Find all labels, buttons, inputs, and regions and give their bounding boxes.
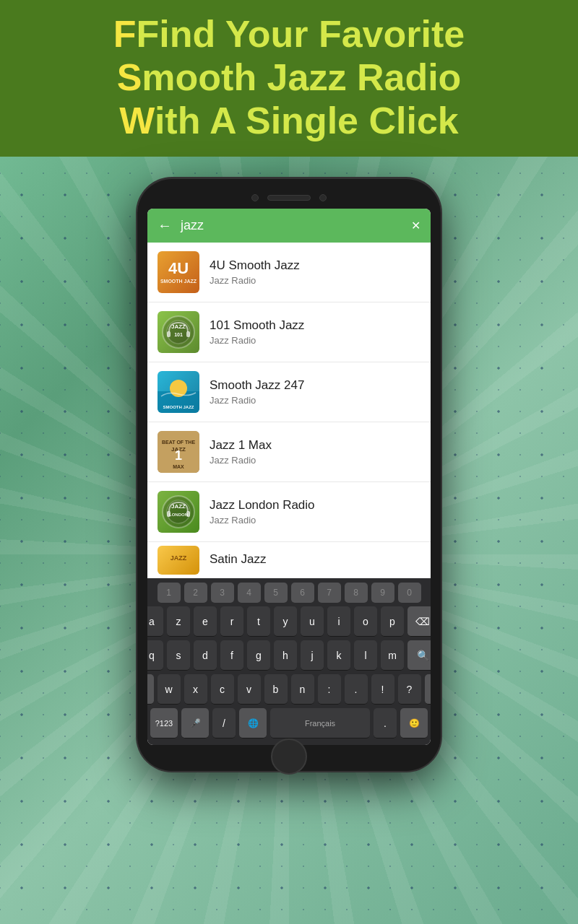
header-line3: With A Single Click [14,100,564,143]
list-item[interactable]: JAZZ LONDON Jazz London Radio Jazz Radio [147,482,431,542]
key-question[interactable]: ? [398,674,421,705]
search-key[interactable]: 🔍 [407,640,431,671]
num-5[interactable]: 5 [264,583,288,603]
key-dot[interactable]: . [374,708,397,738]
svg-text:LONDON: LONDON [169,513,188,517]
key-period[interactable]: . [345,674,368,705]
num-0[interactable]: 0 [398,583,421,603]
key-w[interactable]: w [158,674,181,705]
phone-bottom [147,749,431,761]
station-name: 4U Smooth Jazz [210,258,420,273]
numbers-key[interactable]: ?123 [150,708,178,738]
key-z[interactable]: z [167,606,190,637]
station-logo-4u: 4U SMOOTH JAZZ [158,251,199,293]
keyboard-row-1: a z e r t y u i o p ⌫ [150,606,428,637]
list-item[interactable]: JAZZ 101 101 Smooth Jazz Jazz Radio [147,302,431,362]
key-k[interactable]: k [327,640,350,671]
key-h[interactable]: h [274,640,297,671]
emoji-key[interactable]: 🙂 [400,708,428,738]
key-s[interactable]: s [167,640,190,671]
back-button[interactable]: ← [158,217,172,234]
num-7[interactable]: 7 [318,583,341,603]
key-o[interactable]: o [354,606,377,637]
station-genre: Jazz Radio [210,455,420,466]
keyboard-row-2: q s d f g h j k l m 🔍 [150,640,428,671]
phone-speaker [267,195,311,201]
radio-list: 4U SMOOTH JAZZ 4U Smooth Jazz Jazz Radio [147,243,431,578]
key-exclaim[interactable]: ! [371,674,394,705]
search-bar[interactable]: ← jazz ✕ [147,209,431,243]
header-line1: FFind Your Favorite [14,13,564,56]
key-f[interactable]: f [220,640,243,671]
shift-right-key[interactable]: ⇧ [425,674,431,705]
station-genre: Jazz Radio [210,335,420,346]
key-e[interactable]: e [194,606,217,637]
key-a[interactable]: a [147,606,163,637]
key-j[interactable]: j [301,640,324,671]
clear-button[interactable]: ✕ [411,219,420,232]
phone-wrapper: ← jazz ✕ 4U SMOOTH JAZZ 4U Smooth Jazz [0,157,578,771]
key-q[interactable]: q [147,640,163,671]
space-key[interactable]: Français [270,708,370,738]
key-i[interactable]: i [327,606,350,637]
search-input[interactable]: jazz [181,218,402,233]
keyboard-row-4: ?123 🎤 / 🌐 Français . 🙂 [150,708,428,738]
key-p[interactable]: p [381,606,404,637]
num-9[interactable]: 9 [371,583,394,603]
key-v[interactable]: v [238,674,261,705]
key-u[interactable]: u [301,606,324,637]
station-logo-smooth247: SMOOTH JAZZ [158,371,199,413]
list-item[interactable]: BEAT OF THE JAZZ 1 MAX Jazz 1 Max Jazz R… [147,422,431,482]
svg-rect-19 [186,511,190,517]
key-colon[interactable]: : [318,674,341,705]
station-logo-101: JAZZ 101 [158,311,199,353]
phone-top [147,194,431,201]
key-t[interactable]: t [247,606,270,637]
station-name: 101 Smooth Jazz [210,318,420,333]
svg-rect-4 [167,331,171,337]
phone-camera [251,194,259,201]
app-screen: ← jazz ✕ 4U SMOOTH JAZZ 4U Smooth Jazz [147,209,431,745]
key-r[interactable]: r [220,606,243,637]
num-1[interactable]: 1 [158,583,181,603]
key-y[interactable]: y [274,606,297,637]
num-3[interactable]: 3 [211,583,234,603]
station-genre: Jazz Radio [210,515,420,526]
num-4[interactable]: 4 [238,583,261,603]
num-8[interactable]: 8 [345,583,368,603]
list-item[interactable]: 4U SMOOTH JAZZ 4U Smooth Jazz Jazz Radio [147,243,431,302]
num-2[interactable]: 2 [184,583,207,603]
station-info: Jazz London Radio Jazz Radio [210,498,420,526]
list-item-partial[interactable]: JAZZ Satin Jazz [147,542,431,578]
station-info: Satin Jazz [210,552,420,569]
key-slash[interactable]: / [212,708,236,738]
shift-left-key[interactable]: ⇧ [147,674,154,705]
svg-text:101: 101 [174,332,183,337]
mic-key[interactable]: 🎤 [181,708,209,738]
globe-key[interactable]: 🌐 [239,708,267,738]
key-b[interactable]: b [264,674,288,705]
svg-text:SMOOTH JAZZ: SMOOTH JAZZ [163,405,194,409]
station-genre: Jazz Radio [210,395,420,406]
svg-text:JAZZ: JAZZ [171,554,187,562]
svg-text:BEAT OF THE: BEAT OF THE [162,440,195,445]
home-button[interactable] [271,738,307,775]
phone-device: ← jazz ✕ 4U SMOOTH JAZZ 4U Smooth Jazz [137,178,441,771]
keyboard: 1 2 3 4 5 6 7 8 9 0 a z e r t [147,578,431,745]
key-n[interactable]: n [291,674,314,705]
key-c[interactable]: c [211,674,234,705]
key-l[interactable]: l [354,640,377,671]
svg-rect-18 [167,511,171,517]
key-g[interactable]: g [247,640,270,671]
list-item[interactable]: SMOOTH JAZZ Smooth Jazz 247 Jazz Radio [147,362,431,422]
num-6[interactable]: 6 [291,583,314,603]
header-line2: Smooth Jazz Radio [14,56,564,100]
svg-text:1: 1 [175,448,182,463]
key-m[interactable]: m [381,640,404,671]
station-name: Jazz 1 Max [210,438,420,453]
key-d[interactable]: d [194,640,217,671]
station-logo-jazzlondon: JAZZ LONDON [158,491,199,533]
delete-key[interactable]: ⌫ [407,606,431,637]
station-genre: Jazz Radio [210,275,420,286]
key-x[interactable]: x [184,674,207,705]
